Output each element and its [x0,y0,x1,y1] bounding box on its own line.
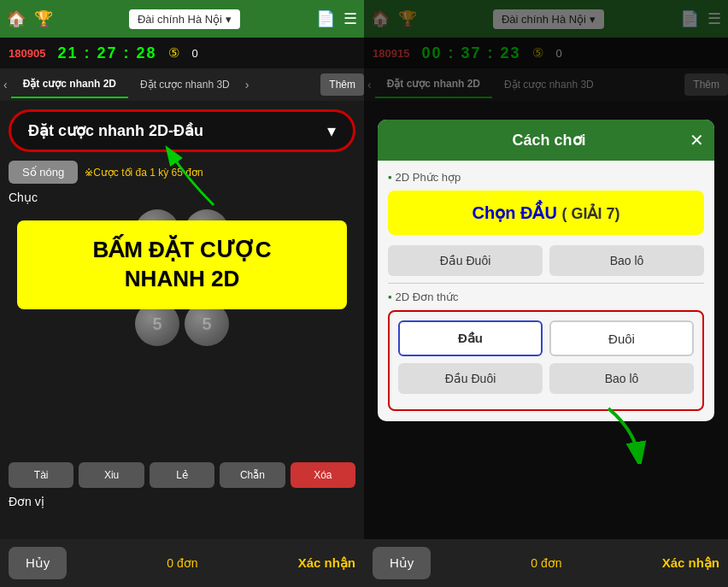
left-confirm-button[interactable]: Xác nhận [298,555,355,571]
left-hot-row: Số nóng ※Cược tối đa 1 kỳ 65 đơn [9,161,355,184]
left-btn-chan[interactable]: Chẵn [220,462,285,488]
left-bet-type-label: Đặt cược nhanh 2D-Đầu [28,121,203,140]
left-hot-note: ※Cược tối đa 1 kỳ 65 đơn [85,167,203,179]
left-bet-type-selector[interactable]: Đặt cược nhanh 2D-Đầu ▾ [9,109,355,152]
left-top-bar-icons: 🏠 🏆 [7,9,53,28]
left-btn-le[interactable]: Lẻ [150,462,214,488]
left-tab-arrow-left[interactable]: ‹ [0,78,11,91]
modal-yellow-button[interactable]: Chọn ĐẦU ( GIẢI 7) [388,191,704,235]
modal-green-arrow [591,404,660,467]
left-status-bar: 180905 21 : 27 : 28 ⑤ 0 [0,38,364,68]
modal-header: Cách chơi ✕ [378,120,714,161]
left-status-balance: 0 [191,47,197,60]
modal-arrow-svg [591,404,660,464]
modal-bao-lo-btn-1[interactable]: Bao lô [549,245,704,276]
left-top-bar-right: 📄 ☰ [316,9,357,28]
left-donvi-label: Đơn vị [9,495,355,508]
modal-red-section: Đầu Đuôi Đầu Đuôi Bao lô [388,310,704,411]
right-order-count: 0 đơn [437,556,655,570]
modal-row2-btns: Đầu Đuôi Bao lô [398,363,694,394]
right-cancel-button[interactable]: Hủy [373,547,431,579]
left-main-content: Đặt cược nhanh 2D-Đầu ▾ Số nóng ※Cược tố… [0,101,364,539]
left-dropdown-label: Đài chính Hà Nội [138,13,222,26]
modal-divider [388,283,704,284]
left-tab-2d[interactable]: Đặt cược nhanh 2D [11,71,128,98]
trophy-icon[interactable]: 🏆 [34,9,53,28]
modal-dau-duoi-btn-2[interactable]: Đầu Đuôi [398,363,543,394]
modal-section2-label: 2D Đơn thức [388,291,704,303]
left-hot-button[interactable]: Số nóng [9,161,78,184]
left-cancel-button[interactable]: Hủy [9,547,67,579]
left-top-bar: 🏠 🏆 Đài chính Hà Nội ▾ 📄 ☰ [0,0,364,38]
right-panel: 🏠 🏆 Đài chính Hà Nội ▾ 📄 ☰ 180915 00 : 3… [364,0,728,587]
left-tab-arrow-right[interactable]: › [242,78,253,91]
left-status-time: 21 : 27 : 28 [57,44,156,62]
left-bet-type-arrow: ▾ [327,120,336,141]
modal-spacer [364,0,728,120]
modal-body: 2D Phức hợp Chọn ĐẦU ( GIẢI 7) Đầu Đuôi … [378,161,714,421]
modal-close-button[interactable]: ✕ [690,130,704,150]
left-status-coin: ⑤ [168,45,179,61]
modal-yellow-chon-dau: Chọn ĐẦU ( GIẢI 7) [473,203,620,222]
modal-row1-btns: Đầu Đuôi Bao lô [388,245,704,276]
left-chuc-label: Chục [9,191,355,204]
modal-dau-row: Đầu Đuôi [398,320,694,356]
modal-overlay: Cách chơi ✕ 2D Phức hợp Chọn ĐẦU ( GIẢI … [364,0,728,587]
left-announcement-box: BẤM ĐẶT CƯỢCNHANH 2D [17,220,347,309]
left-order-count: 0 đơn [73,556,291,570]
home-icon[interactable]: 🏠 [7,9,26,28]
cach-choi-modal: Cách chơi ✕ 2D Phức hợp Chọn ĐẦU ( GIẢI … [378,120,714,421]
left-status-id: 180905 [9,47,45,60]
left-tab-3d[interactable]: Đặt cược nhanh 3D [128,72,242,97]
left-announcement-text: BẤM ĐẶT CƯỢCNHANH 2D [26,236,338,294]
left-menu-icon[interactable]: ☰ [343,9,357,28]
right-confirm-button[interactable]: Xác nhận [662,555,719,571]
left-dropdown-arrow: ▾ [226,13,232,26]
left-bottom-bar: Hủy 0 đơn Xác nhận [0,539,364,587]
modal-section1-label: 2D Phức hợp [388,171,704,184]
modal-dau-button[interactable]: Đầu [398,320,543,356]
left-dropdown[interactable]: Đài chính Hà Nội ▾ [129,9,240,29]
left-quick-btns: Tài Xiu Lẻ Chẵn Xóa [9,462,355,488]
left-btn-xoa[interactable]: Xóa [291,462,355,488]
left-tab-bar: ‹ Đặt cược nhanh 2D Đặt cược nhanh 3D › … [0,68,364,101]
modal-dau-duoi-btn-1[interactable]: Đầu Đuôi [388,245,543,276]
modal-arrow-area [364,421,728,473]
modal-duoi-button[interactable]: Đuôi [549,320,694,356]
left-btn-xiu[interactable]: Xiu [79,462,144,488]
right-bottom-bar: Hủy 0 đơn Xác nhận [364,539,728,587]
modal-title: Cách chơi [512,131,585,150]
modal-bao-lo-btn-2[interactable]: Bao lô [549,363,694,394]
left-tab-more[interactable]: Thêm [320,73,364,96]
left-panel: 🏠 🏆 Đài chính Hà Nội ▾ 📄 ☰ 180905 21 : 2… [0,0,364,587]
left-doc-icon[interactable]: 📄 [316,9,335,28]
left-btn-tai[interactable]: Tài [9,462,73,488]
